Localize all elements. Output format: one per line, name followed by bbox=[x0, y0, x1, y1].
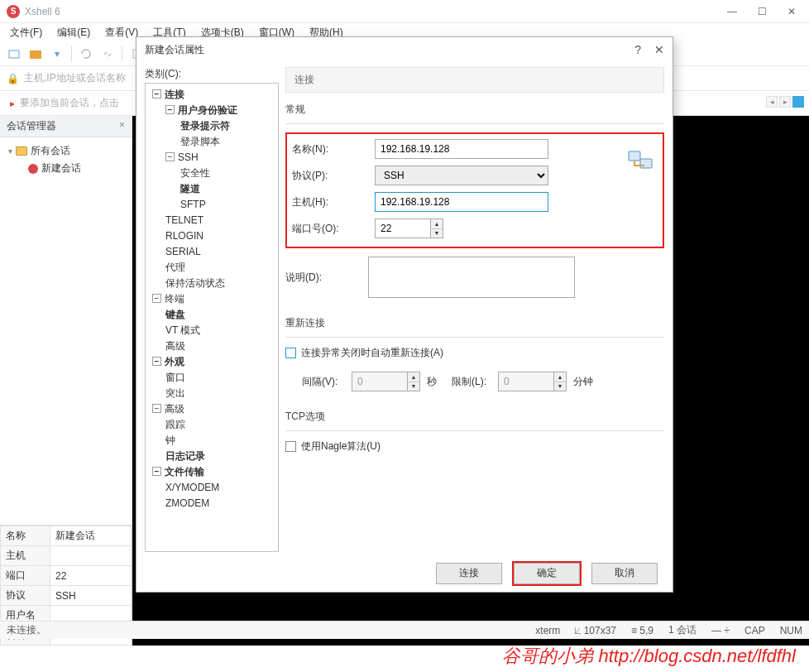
port-spinner[interactable]: ▲▼ bbox=[431, 218, 443, 238]
group-general: 常规 bbox=[285, 103, 664, 117]
link-icon[interactable] bbox=[100, 46, 115, 61]
status-sessions: 1 会话 bbox=[668, 623, 697, 637]
tab-strip: ◂ ▸ bbox=[766, 96, 804, 108]
nagle-checkbox[interactable] bbox=[285, 441, 296, 452]
interval-unit: 秒 bbox=[427, 375, 437, 389]
highlight-box: 名称(N): 协议(P): SSH 主机(H): 端口号(O): ▲▼ bbox=[285, 132, 664, 248]
watermark: 谷哥的小弟 http://blog.csdn.net/lfdfhl bbox=[0, 644, 802, 669]
reconnect-checkbox[interactable] bbox=[285, 348, 296, 358]
dialog-titlebar: 新建会话属性 ? ✕ bbox=[136, 37, 673, 62]
add-session-hint: 要添加当前会话，点击 bbox=[20, 96, 119, 110]
tree-root[interactable]: ▾ 所有会话 bbox=[5, 142, 127, 160]
lock-icon: 🔒 bbox=[7, 73, 19, 84]
dialog-footer: 连接 确定 取消 bbox=[136, 554, 673, 592]
name-input[interactable] bbox=[375, 139, 548, 159]
form-heading: 连接 bbox=[285, 67, 664, 93]
connect-button[interactable]: 连接 bbox=[436, 563, 502, 584]
tree-node[interactable]: 登录提示符 bbox=[149, 118, 275, 134]
interval-label: 间隔(V): bbox=[302, 375, 352, 389]
tree-node[interactable]: 键盘 bbox=[149, 307, 275, 323]
tree-node[interactable]: 保持活动状态 bbox=[149, 276, 275, 291]
group-reconnect: 重新连接 bbox=[285, 316, 664, 330]
status-cap: CAP bbox=[744, 625, 765, 636]
prop-key: 端口 bbox=[1, 566, 50, 586]
tree-node[interactable]: VT 模式 bbox=[149, 323, 275, 338]
tree-node[interactable]: −终端 bbox=[149, 291, 275, 307]
desc-label: 说明(D): bbox=[285, 271, 368, 285]
limit-spinner: ▲▼ bbox=[554, 372, 567, 391]
session-manager-title: 会话管理器× bbox=[0, 116, 132, 137]
new-session-icon[interactable] bbox=[7, 46, 22, 61]
reconnect-icon[interactable] bbox=[79, 46, 93, 61]
ok-button[interactable]: 确定 bbox=[514, 563, 580, 584]
prop-val: SSH bbox=[50, 586, 132, 606]
port-input[interactable] bbox=[375, 218, 431, 238]
app-icon: S bbox=[7, 5, 20, 18]
tree-node[interactable]: 安全性 bbox=[149, 166, 275, 181]
flag-icon: ▸ bbox=[10, 98, 15, 109]
tree-node[interactable]: −用户身份验证 bbox=[149, 103, 275, 118]
status-pos: ≡ 5,9 bbox=[631, 625, 653, 636]
dropdown-icon[interactable]: ▾ bbox=[50, 46, 65, 61]
menu-edit[interactable]: 编辑(E) bbox=[54, 24, 93, 41]
status-connection: 未连接。 bbox=[7, 623, 46, 637]
category-tree[interactable]: −连接−用户身份验证登录提示符登录脚本−SSH安全性隧道SFTPTELNETRL… bbox=[145, 83, 279, 552]
tree-node[interactable]: SERIAL bbox=[149, 244, 275, 260]
help-icon[interactable]: ? bbox=[634, 43, 641, 56]
tree-node[interactable]: −SSH bbox=[149, 150, 275, 166]
reconnect-chk-label: 连接异常关闭时自动重新连接(A) bbox=[301, 346, 443, 360]
tree-node[interactable]: 隧道 bbox=[149, 181, 275, 197]
protocol-label: 协议(P): bbox=[292, 169, 375, 183]
network-icon bbox=[628, 149, 654, 172]
limit-unit: 分钟 bbox=[573, 375, 593, 389]
menu-file[interactable]: 文件(F) bbox=[7, 24, 45, 41]
prop-key: 协议 bbox=[1, 586, 50, 606]
tab-next-icon[interactable]: ▸ bbox=[779, 96, 791, 108]
tree-node[interactable]: 高级 bbox=[149, 338, 275, 354]
status-extra: — ÷ bbox=[711, 625, 730, 636]
tree-node[interactable]: X/YMODEM bbox=[149, 480, 275, 496]
titlebar: S Xshell 6 — ☐ ✕ bbox=[0, 0, 809, 23]
prop-val bbox=[50, 546, 132, 566]
dialog-title: 新建会话属性 bbox=[145, 43, 634, 57]
open-icon[interactable] bbox=[28, 46, 43, 61]
dialog-close-icon[interactable]: ✕ bbox=[654, 43, 664, 56]
tree-node[interactable]: ZMODEM bbox=[149, 496, 275, 511]
tree-node[interactable]: 窗口 bbox=[149, 370, 275, 386]
session-tree[interactable]: ▾ 所有会话 新建会话 bbox=[0, 137, 132, 518]
new-session-dialog: 新建会话属性 ? ✕ 类别(C): −连接−用户身份验证登录提示符登录脚本−SS… bbox=[136, 36, 673, 593]
tree-node[interactable]: −连接 bbox=[149, 87, 275, 103]
close-button[interactable]: ✕ bbox=[784, 4, 799, 19]
prop-key: 主机 bbox=[1, 546, 50, 566]
pane-close-icon[interactable]: × bbox=[119, 119, 125, 133]
tree-session-item[interactable]: 新建会话 bbox=[5, 160, 127, 177]
tree-node[interactable]: 登录脚本 bbox=[149, 134, 275, 150]
tree-node[interactable]: 代理 bbox=[149, 260, 275, 276]
host-input[interactable] bbox=[375, 192, 548, 212]
tree-node[interactable]: 跟踪 bbox=[149, 417, 275, 433]
maximize-button[interactable]: ☐ bbox=[754, 4, 769, 19]
svg-rect-0 bbox=[9, 50, 19, 58]
tree-node[interactable]: −高级 bbox=[149, 401, 275, 417]
tree-node[interactable]: RLOGIN bbox=[149, 228, 275, 244]
status-size: ⟀ 107x37 bbox=[575, 625, 616, 636]
port-label: 端口号(O): bbox=[292, 222, 375, 236]
tree-node[interactable]: 日志记录 bbox=[149, 449, 275, 464]
tree-node[interactable]: −外观 bbox=[149, 354, 275, 370]
tree-node[interactable]: 钟 bbox=[149, 433, 275, 449]
desc-textarea[interactable] bbox=[368, 257, 575, 298]
tree-node[interactable]: 突出 bbox=[149, 386, 275, 401]
category-label: 类别(C): bbox=[145, 67, 279, 81]
tab-prev-icon[interactable]: ◂ bbox=[766, 96, 778, 108]
name-label: 名称(N): bbox=[292, 142, 375, 156]
svg-rect-1 bbox=[30, 50, 41, 59]
minimize-button[interactable]: — bbox=[725, 4, 740, 19]
tree-node[interactable]: −文件传输 bbox=[149, 464, 275, 480]
cancel-button[interactable]: 取消 bbox=[591, 563, 658, 584]
tab-active-indicator bbox=[792, 96, 804, 108]
prop-key: 名称 bbox=[1, 526, 50, 546]
protocol-select[interactable]: SSH bbox=[375, 166, 548, 185]
tree-node[interactable]: TELNET bbox=[149, 213, 275, 228]
interval-input bbox=[352, 372, 408, 391]
tree-node[interactable]: SFTP bbox=[149, 197, 275, 213]
